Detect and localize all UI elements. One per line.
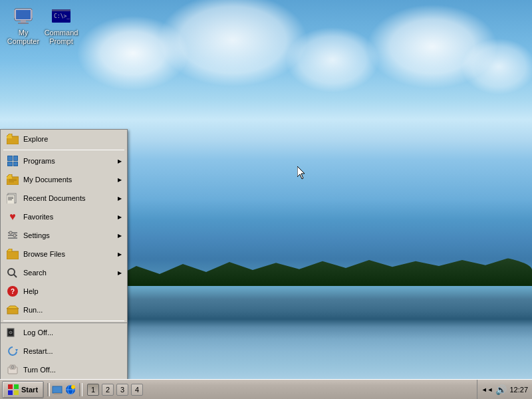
help-icon: ?	[6, 285, 19, 298]
recent-documents-arrow: ▶	[118, 196, 122, 201]
task-3[interactable]: 3	[116, 384, 128, 396]
taskbar: Start 1 2 3 4	[0, 379, 532, 399]
restart-label: Restart...	[23, 347, 122, 355]
svg-marker-37	[15, 349, 18, 352]
menu-item-my-documents[interactable]: My Documents ▶	[1, 170, 127, 189]
settings-label: Settings	[23, 231, 118, 239]
task-2[interactable]: 2	[102, 384, 114, 396]
favorites-icon: ♥	[6, 210, 19, 223]
svg-marker-33	[7, 306, 19, 309]
my-computer-icon	[13, 6, 34, 27]
svg-point-36	[9, 331, 12, 334]
start-button[interactable]: Start	[2, 381, 44, 398]
favorites-label: Favorites	[23, 213, 118, 221]
menu-item-log-off[interactable]: Log Off...	[1, 323, 127, 342]
separator-2	[3, 321, 124, 321]
programs-label: Programs	[23, 157, 118, 165]
svg-rect-13	[9, 179, 17, 180]
menu-item-turn-off[interactable]: Turn Off...	[1, 360, 127, 379]
svg-rect-3	[31, 10, 33, 18]
svg-rect-14	[9, 180, 17, 181]
menu-item-search[interactable]: Search ▶	[1, 263, 127, 282]
svg-rect-12	[7, 177, 12, 179]
menu-item-explore[interactable]: Explore	[1, 130, 127, 148]
svg-rect-28	[13, 234, 16, 237]
svg-rect-20	[7, 195, 15, 203]
start-logo-icon	[8, 384, 19, 395]
explore-icon	[6, 132, 19, 146]
menu-item-favorites[interactable]: ♥ Favorites ▶	[1, 207, 127, 226]
svg-rect-1	[16, 10, 31, 19]
svg-rect-22	[8, 198, 13, 199]
volume-icon[interactable]: 🔊	[495, 384, 507, 395]
turn-off-icon	[6, 363, 19, 376]
recent-documents-label: Recent Documents	[23, 194, 118, 202]
log-off-label: Log Off...	[23, 329, 122, 336]
desktop-icon-command-prompt[interactable]: C:\>_ CommandPrompt	[41, 3, 81, 49]
task-4[interactable]: 4	[131, 384, 143, 396]
svg-rect-41	[8, 384, 13, 389]
menu-item-browse-files[interactable]: Browse Files ▶	[1, 245, 127, 263]
my-computer-label: My Computer	[6, 29, 41, 46]
command-prompt-label: CommandPrompt	[45, 29, 78, 46]
my-documents-arrow: ▶	[118, 177, 122, 183]
svg-point-50	[71, 385, 75, 389]
svg-rect-32	[7, 309, 18, 314]
explore-label: Explore	[23, 135, 122, 143]
svg-rect-44	[14, 390, 19, 395]
restart-icon	[6, 344, 19, 358]
svg-line-31	[14, 275, 17, 278]
svg-rect-43	[8, 390, 13, 395]
programs-arrow: ▶	[118, 158, 122, 164]
taskbar-middle: 1 2 3 4	[84, 384, 477, 396]
svg-rect-5	[18, 23, 29, 24]
settings-icon	[6, 229, 19, 242]
system-clock: 12:27	[509, 386, 528, 394]
svg-rect-23	[8, 200, 12, 200]
svg-point-40	[11, 366, 14, 368]
menu-item-help[interactable]: ? Help	[1, 282, 127, 301]
command-prompt-icon: C:\>_	[51, 6, 72, 27]
svg-rect-29	[7, 251, 19, 259]
svg-rect-4	[21, 21, 26, 23]
log-off-icon	[6, 326, 19, 339]
svg-rect-27	[9, 231, 12, 234]
programs-icon	[6, 154, 19, 168]
browse-files-icon	[6, 247, 19, 261]
quick-launch-show-desktop[interactable]	[51, 383, 64, 396]
taskbar-arrow-left[interactable]: ◄◄	[481, 386, 493, 393]
help-label: Help	[23, 287, 122, 295]
menu-item-recent-documents[interactable]: Recent Documents ▶	[1, 189, 127, 207]
svg-rect-46	[54, 393, 61, 394]
run-icon	[6, 303, 19, 317]
svg-rect-15	[9, 182, 14, 182]
start-menu-bottom: Log Off... Restart...	[1, 323, 127, 379]
desktop-icon-my-computer[interactable]: My Computer	[3, 3, 43, 49]
quick-launch-ie[interactable]	[64, 383, 77, 396]
menu-item-settings[interactable]: Settings ▶	[1, 226, 127, 245]
svg-rect-2	[14, 10, 15, 18]
separator-1	[3, 150, 124, 150]
svg-text:C:\>_: C:\>_	[54, 13, 70, 19]
menu-item-programs[interactable]: Programs ▶	[1, 152, 127, 170]
menu-item-restart[interactable]: Restart...	[1, 342, 127, 360]
task-1[interactable]: 1	[87, 384, 99, 396]
my-documents-label: My Documents	[23, 176, 118, 184]
browse-files-arrow: ▶	[118, 251, 122, 257]
settings-arrow: ▶	[118, 233, 122, 239]
run-label: Run...	[23, 306, 122, 314]
desktop: My Computer C:\>_ CommandPrompt ReactOS …	[0, 0, 532, 399]
search-arrow: ▶	[118, 270, 122, 276]
svg-rect-42	[14, 384, 19, 389]
recent-documents-icon	[6, 192, 19, 205]
svg-rect-21	[8, 197, 13, 198]
start-label: Start	[21, 386, 38, 394]
start-menu: Explore Programs ▶ My Documents	[0, 129, 128, 379]
menu-item-run[interactable]: Run...	[1, 301, 127, 319]
my-documents-icon	[6, 173, 19, 186]
taskbar-system-tray: ◄◄ 🔊 12:27	[477, 380, 532, 399]
favorites-arrow: ▶	[118, 214, 122, 220]
search-icon	[6, 266, 19, 279]
svg-rect-45	[53, 386, 62, 393]
search-label: Search	[23, 269, 118, 277]
